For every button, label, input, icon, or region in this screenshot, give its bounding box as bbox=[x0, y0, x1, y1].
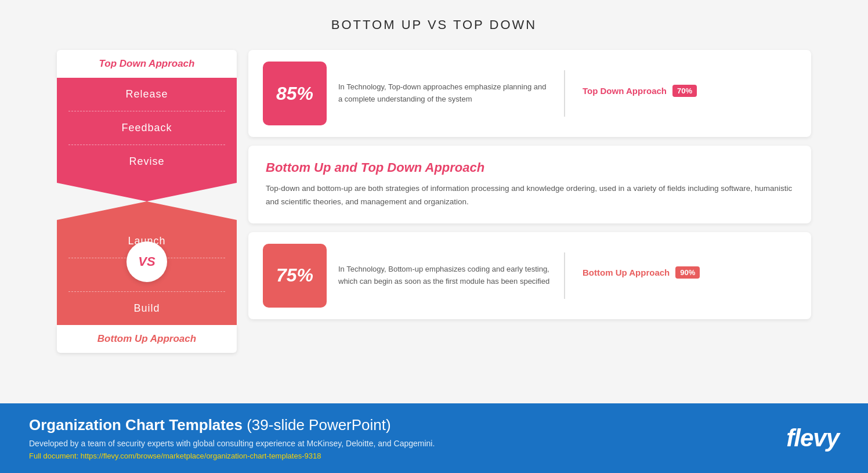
bottom-up-box: Bottom Up Approach bbox=[57, 325, 237, 353]
top-description: In Technology, Top-down approaches empha… bbox=[338, 81, 552, 106]
slide-title: BOTTOM UP VS TOP DOWN bbox=[331, 17, 537, 33]
bottom-progress-section: Bottom Up Approach 90% bbox=[577, 266, 797, 284]
bottom-percent-box: 75% bbox=[263, 244, 327, 308]
top-down-box: Top Down Approach bbox=[57, 50, 237, 78]
bottom-info-card: 75% In Technology, Bottom-up emphasizes … bbox=[248, 232, 811, 319]
flevy-logo: flevy bbox=[786, 424, 839, 452]
content-area: Top Down Approach Release Feedback Revis… bbox=[57, 50, 811, 353]
top-info-card: 85% In Technology, Top-down approaches e… bbox=[248, 50, 811, 137]
right-panel: 85% In Technology, Top-down approaches e… bbox=[248, 50, 811, 353]
card-divider-bottom bbox=[564, 252, 565, 299]
vs-circle: VS bbox=[126, 241, 167, 282]
footer-title-normal: (39-slide PowerPoint) bbox=[243, 416, 391, 434]
bottom-percent-badge: 90% bbox=[675, 266, 700, 279]
footer-subtitle: Developed by a team of security experts … bbox=[29, 439, 786, 448]
footer-bar: Organization Chart Templates (39-slide P… bbox=[0, 403, 868, 473]
footer-title-bold: Organization Chart Templates bbox=[29, 416, 243, 434]
top-approach-label: Top Down Approach bbox=[583, 86, 667, 96]
top-percent-value: 85% bbox=[276, 83, 313, 104]
bottom-approach-label: Bottom Up Approach bbox=[583, 268, 670, 277]
bottom-description: In Technology, Bottom-up emphasizes codi… bbox=[338, 263, 552, 288]
footer-left: Organization Chart Templates (39-slide P… bbox=[29, 416, 786, 460]
top-down-label: Top Down Approach bbox=[99, 58, 195, 69]
vs-text: VS bbox=[138, 254, 155, 269]
bottom-progress-row: Bottom Up Approach 90% bbox=[583, 266, 797, 279]
bottom-up-label: Bottom Up Approach bbox=[97, 333, 196, 344]
top-progress-row: Top Down Approach 70% bbox=[583, 85, 797, 97]
step-release: Release bbox=[57, 78, 237, 111]
step-build: Build bbox=[57, 292, 237, 325]
step-revise: Revise bbox=[57, 145, 237, 178]
main-container: BOTTOM UP VS TOP DOWN Top Down Approach … bbox=[0, 0, 868, 473]
middle-title: Bottom Up and Top Down Approach bbox=[266, 160, 794, 175]
left-panel: Top Down Approach Release Feedback Revis… bbox=[57, 50, 237, 353]
bottom-percent-value: 75% bbox=[276, 265, 313, 286]
footer-link[interactable]: Full document: https://flevy.com/browse/… bbox=[29, 452, 786, 460]
card-divider-top bbox=[564, 70, 565, 117]
top-percent-box: 85% bbox=[263, 62, 327, 125]
step-feedback: Feedback bbox=[57, 111, 237, 145]
top-percent-badge: 70% bbox=[672, 85, 697, 97]
middle-card: Bottom Up and Top Down Approach Top-down… bbox=[248, 146, 811, 223]
slide-area: BOTTOM UP VS TOP DOWN Top Down Approach … bbox=[0, 0, 868, 403]
footer-title: Organization Chart Templates (39-slide P… bbox=[29, 416, 786, 434]
top-progress-section: Top Down Approach 70% bbox=[577, 85, 797, 103]
middle-text: Top-down and bottom-up are both strategi… bbox=[266, 182, 794, 209]
top-section: Release Feedback Revise bbox=[57, 78, 237, 201]
